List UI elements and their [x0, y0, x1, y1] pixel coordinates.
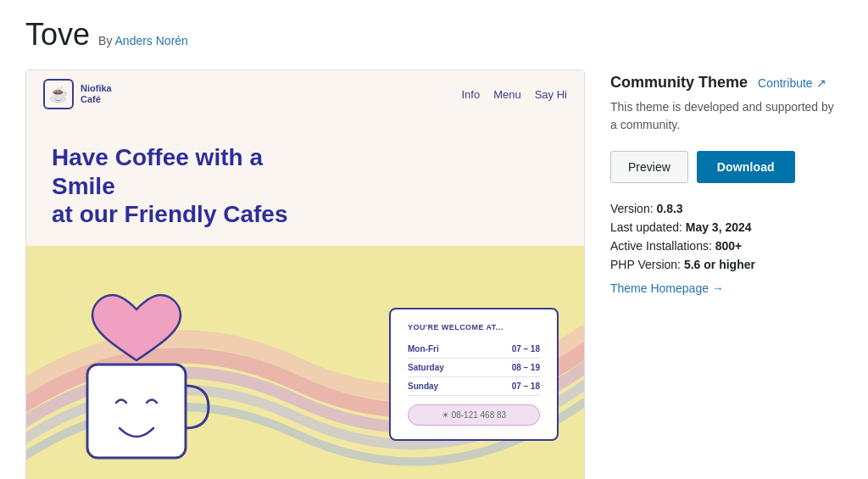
community-header: Community Theme Contribute ↗	[610, 74, 843, 92]
mini-logo: ☕ Niofika Café	[43, 79, 112, 109]
welcome-text: YOU'RE WELCOME AT...	[408, 323, 540, 331]
theme-info: Community Theme Contribute ↗ This theme …	[610, 70, 843, 295]
hours-saturday: 08 – 19	[512, 363, 540, 372]
action-buttons: Preview Download	[610, 151, 843, 183]
day-monfri: Mon-Fri	[408, 344, 439, 354]
hours-sunday: 07 – 18	[512, 382, 540, 391]
page-header: Tove By Anders Norén	[25, 17, 843, 53]
download-button[interactable]: Download	[697, 151, 795, 183]
main-content: ☕ Niofika Café Info Menu Say Hi Have Cof…	[25, 70, 843, 479]
version-label: Version:	[610, 202, 654, 215]
community-title: Community Theme	[610, 74, 748, 92]
nav-link-menu[interactable]: Menu	[493, 88, 521, 101]
version-value: 0.8.3	[656, 202, 682, 215]
schedule-row-saturday: Saturday 08 – 19	[408, 359, 540, 377]
mini-browser: ☕ Niofika Café Info Menu Say Hi Have Cof…	[26, 70, 584, 479]
schedule-card: YOU'RE WELCOME AT... Mon-Fri 07 – 18 Sat…	[389, 308, 559, 441]
preview-button[interactable]: Preview	[610, 151, 688, 183]
logo-icon: ☕	[43, 79, 74, 109]
community-description: This theme is developed and supported by…	[610, 98, 843, 134]
hours-monfri: 07 – 18	[512, 344, 540, 354]
day-saturday: Saturday	[408, 363, 444, 372]
updated-label: Last updated:	[610, 220, 682, 234]
logo-text: Niofika Café	[81, 83, 112, 105]
meta-version: Version: 0.8.3	[610, 202, 843, 215]
theme-preview: ☕ Niofika Café Info Menu Say Hi Have Cof…	[25, 70, 585, 479]
php-label: PHP Version:	[610, 258, 681, 271]
theme-title: Tove	[25, 17, 90, 53]
schedule-row-sunday: Sunday 07 – 18	[408, 377, 540, 396]
theme-homepage-link[interactable]: Theme Homepage →	[610, 281, 843, 295]
author-byline: By Anders Norén	[98, 34, 188, 47]
mini-nav-links: Info Menu Say Hi	[461, 88, 567, 101]
meta-updated: Last updated: May 3, 2024	[610, 220, 843, 234]
by-label: By	[98, 34, 112, 47]
author-link[interactable]: Anders Norén	[115, 34, 188, 47]
meta-installations: Active Installations: 800+	[610, 239, 843, 253]
contribute-link[interactable]: Contribute ↗	[758, 76, 826, 90]
nav-link-info[interactable]: Info	[461, 88, 480, 101]
coffee-cup	[52, 263, 221, 479]
schedule-row-monfri: Mon-Fri 07 – 18	[408, 340, 540, 359]
theme-meta: Version: 0.8.3 Last updated: May 3, 2024…	[610, 202, 843, 295]
day-sunday: Sunday	[408, 382, 438, 391]
updated-value: May 3, 2024	[686, 220, 752, 234]
nav-link-sayhi[interactable]: Say Hi	[535, 88, 567, 101]
installs-value: 800+	[715, 239, 743, 253]
mini-nav: ☕ Niofika Café Info Menu Say Hi	[26, 70, 584, 118]
meta-php: PHP Version: 5.6 or higher	[610, 258, 843, 271]
svg-rect-0	[87, 365, 186, 458]
mini-hero: Have Coffee with a Smile at our Friendly…	[26, 118, 584, 229]
php-value: 5.6 or higher	[684, 258, 755, 271]
mini-illustration: YOU'RE WELCOME AT... Mon-Fri 07 – 18 Sat…	[26, 246, 584, 479]
hero-heading: Have Coffee with a Smile at our Friendly…	[52, 143, 306, 229]
schedule-phone: ☀ 08-121 468 83	[408, 404, 540, 426]
installs-label: Active Installations:	[610, 239, 712, 253]
